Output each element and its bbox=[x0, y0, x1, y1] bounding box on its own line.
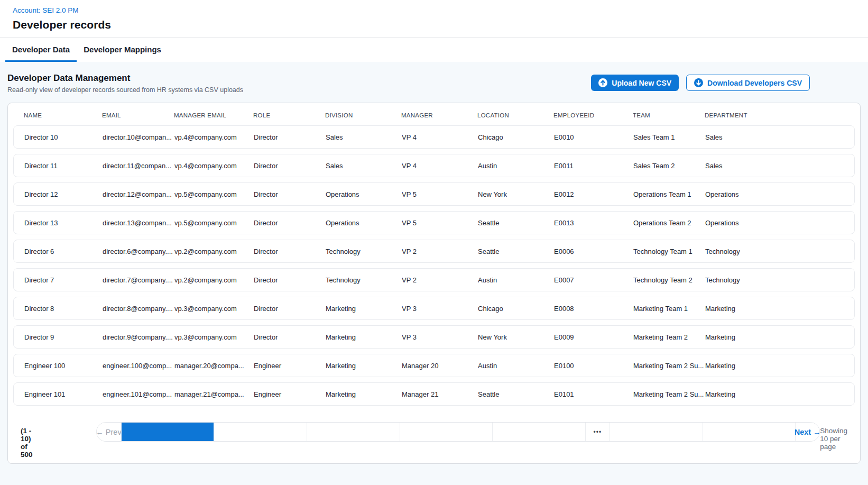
table-cell: Marketing bbox=[705, 390, 854, 398]
table-row: Director 8director.8@company....vp.3@com… bbox=[13, 297, 855, 320]
table-cell: Marketing bbox=[326, 362, 402, 370]
pagination-page-4[interactable]: 4 bbox=[400, 423, 493, 442]
table-cell: Seattle bbox=[478, 219, 554, 227]
section-subtitle: Read-only view of developer records sour… bbox=[7, 86, 243, 94]
table-cell: Chicago bbox=[478, 305, 554, 313]
table-cell: Austin bbox=[478, 162, 554, 170]
table-cell: E0007 bbox=[554, 276, 633, 284]
table-cell: E0009 bbox=[554, 333, 633, 341]
table-cell: VP 4 bbox=[402, 162, 478, 170]
download-developers-csv-button[interactable]: Download Developers CSV bbox=[686, 75, 810, 91]
table-cell: director.10@compan... bbox=[103, 133, 174, 141]
tab-developer-mappings[interactable]: Developer Mappings bbox=[77, 38, 168, 62]
pagination-page-49[interactable]: 49 bbox=[610, 423, 703, 442]
table-cell: Director bbox=[254, 333, 326, 341]
developer-records-page: Account: SEI 2.0 PM Developer records De… bbox=[0, 0, 868, 485]
table-cell: Director bbox=[254, 190, 326, 198]
table-cell: Marketing Team 1 bbox=[633, 305, 705, 313]
table-cell: E0008 bbox=[554, 305, 633, 313]
table-cell: director.13@compan... bbox=[103, 219, 174, 227]
table-cell: E0006 bbox=[554, 248, 633, 255]
table-cell: Director 12 bbox=[24, 190, 103, 198]
table-cell: Operations bbox=[705, 219, 854, 227]
table-cell: Operations Team 1 bbox=[633, 190, 705, 198]
table-cell: director.12@compan... bbox=[103, 190, 174, 198]
table-cell: director.7@company.... bbox=[103, 276, 174, 284]
table-body: Director 10director.10@compan...vp.4@com… bbox=[8, 125, 860, 406]
table-row: Director 11director.11@compan...vp.4@com… bbox=[13, 154, 855, 177]
table-cell: VP 2 bbox=[402, 276, 478, 284]
table-cell: vp.2@company.com bbox=[174, 248, 254, 255]
table-cell: VP 2 bbox=[402, 248, 478, 255]
pagination-prev-button[interactable]: ← Prev bbox=[97, 423, 121, 441]
table-row: Director 6director.6@company....vp.2@com… bbox=[13, 240, 855, 263]
table-cell: engineer.100@comp... bbox=[103, 362, 174, 370]
top-header: Account: SEI 2.0 PM Developer records bbox=[0, 0, 868, 38]
table-cell: VP 5 bbox=[402, 219, 478, 227]
table-cell: Operations bbox=[326, 219, 402, 227]
pagination-ellipsis: ••• bbox=[585, 423, 610, 441]
table-row: Director 13director.13@compan...vp.5@com… bbox=[13, 211, 855, 234]
table-cell: Director bbox=[254, 276, 326, 284]
pagination-next-button[interactable]: Next → bbox=[795, 423, 819, 441]
table-cell: Engineer bbox=[254, 362, 326, 370]
table-cell: vp.3@company.com bbox=[174, 333, 254, 341]
column-header-department: DEPARTMENT bbox=[705, 112, 855, 118]
table-cell: Seattle bbox=[478, 248, 554, 255]
content-area: Developer Data Management Read-only view… bbox=[0, 62, 868, 485]
table-cell: vp.4@company.com bbox=[174, 133, 254, 141]
table-cell: manager.21@compa... bbox=[174, 390, 254, 398]
table-cell: Manager 21 bbox=[402, 390, 478, 398]
table-cell: director.11@compan... bbox=[103, 162, 174, 170]
table-row: Director 10director.10@compan...vp.4@com… bbox=[13, 125, 855, 149]
table-cell: Marketing bbox=[705, 333, 854, 341]
column-header-manager-email: MANAGER EMAIL bbox=[174, 112, 253, 118]
table-cell: Technology bbox=[326, 248, 402, 255]
table-cell: vp.5@company.com bbox=[174, 190, 254, 198]
pagination-page-5[interactable]: 5 bbox=[492, 423, 585, 442]
table-cell: Marketing Team 2 Su... bbox=[633, 362, 705, 370]
table-cell: E0100 bbox=[554, 362, 633, 370]
table-cell: Director 9 bbox=[24, 333, 103, 341]
csv-action-buttons: Upload New CSV Download Developers CSV bbox=[591, 75, 810, 91]
table-cell: Director 6 bbox=[24, 248, 103, 255]
tab-developer-data[interactable]: Developer Data bbox=[5, 38, 77, 62]
table-cell: Engineer bbox=[254, 390, 326, 398]
table-cell: Austin bbox=[478, 362, 554, 370]
table-cell: Marketing Team 2 bbox=[633, 333, 705, 341]
table-cell: vp.3@company.com bbox=[174, 305, 254, 313]
section-title: Developer Data Management bbox=[7, 73, 243, 84]
table-cell: Engineer 101 bbox=[24, 390, 103, 398]
table-cell: Technology bbox=[326, 276, 402, 284]
table-cell: vp.5@company.com bbox=[174, 219, 254, 227]
account-breadcrumb-link[interactable]: Account: SEI 2.0 PM bbox=[13, 6, 79, 14]
pagination-page-3[interactable]: 3 bbox=[307, 423, 400, 442]
tab-bar: Developer Data Developer Mappings bbox=[0, 38, 868, 62]
pagination-page-1[interactable]: 1 bbox=[121, 423, 214, 442]
column-header-name: NAME bbox=[24, 112, 102, 118]
table-cell: New York bbox=[478, 190, 554, 198]
table-header-row: NAME EMAIL MANAGER EMAIL ROLE DIVISION M… bbox=[8, 103, 860, 125]
table-cell: director.9@company.... bbox=[103, 333, 174, 341]
table-cell: VP 3 bbox=[402, 333, 478, 341]
pagination: ← Prev12345•••4950Next → bbox=[96, 422, 820, 442]
table-cell: VP 3 bbox=[402, 305, 478, 313]
arrow-down-circle-icon bbox=[694, 78, 703, 87]
table-cell: Director 11 bbox=[24, 162, 103, 170]
table-cell: E0012 bbox=[554, 190, 633, 198]
table-cell: Seattle bbox=[478, 390, 554, 398]
column-header-employeeid: EMPLOYEEID bbox=[553, 112, 633, 118]
table-cell: Sales Team 2 bbox=[633, 162, 705, 170]
table-cell: manager.20@compa... bbox=[174, 362, 254, 370]
upload-new-csv-button[interactable]: Upload New CSV bbox=[591, 75, 679, 91]
table-cell: Director bbox=[254, 219, 326, 227]
table-row: Director 7director.7@company....vp.2@com… bbox=[13, 268, 855, 291]
row-range-label: (1 - 10) of 500 bbox=[21, 422, 33, 459]
pagination-page-50[interactable]: 50 bbox=[703, 423, 796, 442]
table-cell: Austin bbox=[478, 276, 554, 284]
column-header-role: ROLE bbox=[253, 112, 325, 118]
table-cell: Technology Team 1 bbox=[633, 248, 705, 255]
pagination-page-2[interactable]: 2 bbox=[214, 423, 307, 442]
table-cell: Operations Team 2 bbox=[633, 219, 705, 227]
table-cell: Marketing bbox=[326, 333, 402, 341]
